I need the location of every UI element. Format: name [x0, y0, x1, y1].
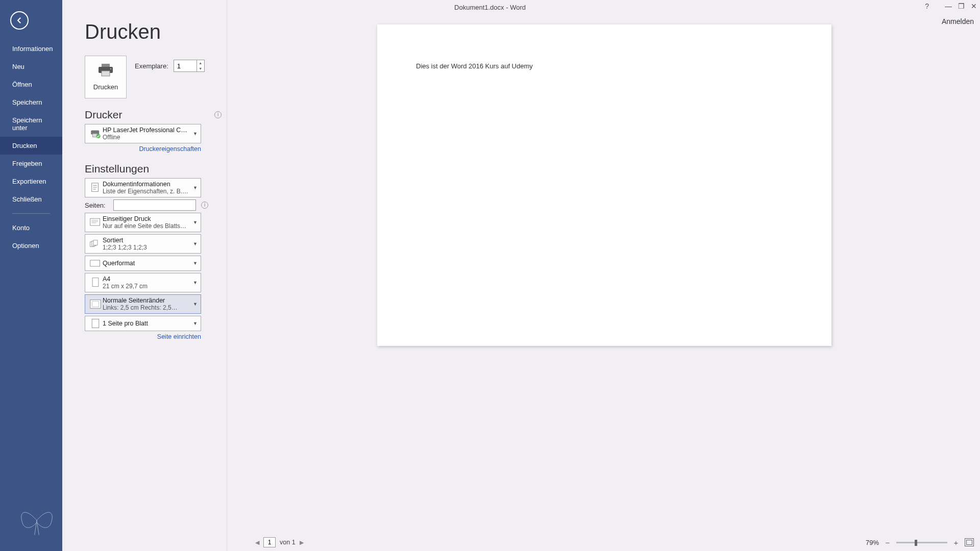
copies-input[interactable]: [174, 60, 197, 71]
preview-body-text: Dies ist der Word 2016 Kurs auf Udemy: [416, 62, 793, 70]
pages-label: Seiten:: [85, 202, 109, 209]
chevron-down-icon: ▼: [191, 220, 198, 225]
nav-speichern-unter[interactable]: Speichern unter: [0, 111, 62, 137]
collation-line1: Sortiert: [103, 237, 191, 244]
pages-input[interactable]: [113, 199, 196, 211]
margins-dropdown[interactable]: Normale Seitenränder Links: 2,5 cm Recht…: [85, 294, 201, 314]
zoom-out-icon[interactable]: −: [884, 538, 891, 547]
svg-rect-22: [92, 319, 99, 328]
nav-label: Öffnen: [12, 81, 32, 88]
spinner-up-icon[interactable]: ▲: [197, 60, 204, 66]
pages-per-sheet-dropdown[interactable]: 1 Seite pro Blatt ▼: [85, 316, 201, 331]
spinner-down-icon[interactable]: ▼: [197, 66, 204, 71]
one-sided-icon: [88, 215, 103, 230]
chevron-down-icon: ▼: [191, 302, 198, 307]
print-preview-area: Dies ist der Word 2016 Kurs auf Udemy: [229, 0, 980, 551]
collation-dropdown[interactable]: Sortiert 1;2;3 1;2;3 1;2;3 ▼: [85, 234, 201, 254]
collation-line2: 1;2;3 1;2;3 1;2;3: [103, 244, 191, 251]
printer-status: Offline: [103, 134, 191, 141]
margins-icon: [88, 297, 103, 311]
main-area: Drucken Drucken Exemplare: ▲▼: [62, 0, 980, 551]
what-to-print-line2: Liste der Eigenschaften, z. B.…: [103, 188, 191, 195]
info-icon[interactable]: i: [201, 202, 208, 209]
current-page-input[interactable]: [263, 537, 276, 547]
settings-heading: Einstellungen: [85, 163, 149, 175]
butterfly-icon: [18, 504, 55, 539]
nav-label: Optionen: [12, 242, 39, 249]
nav-drucken[interactable]: Drucken: [0, 137, 62, 155]
svg-rect-0: [102, 64, 110, 67]
print-settings-panel: Drucken Drucken Exemplare: ▲▼: [62, 0, 226, 551]
nav-separator: [12, 213, 50, 214]
one-page-per-sheet-icon: [88, 316, 103, 331]
nav-exportieren[interactable]: Exportieren: [0, 172, 62, 190]
sides-line1: Einseitiger Druck: [103, 215, 191, 222]
pages-row: Seiten: i: [85, 199, 226, 211]
info-icon[interactable]: i: [214, 111, 222, 118]
nav-speichern[interactable]: Speichern: [0, 93, 62, 111]
page-total-label: von 1: [280, 539, 296, 546]
printer-properties-link[interactable]: Druckereigenschaften: [85, 145, 201, 153]
page-title: Drucken: [85, 20, 226, 43]
page-navigator: ◀ von 1 ▶: [253, 537, 306, 547]
next-page-icon[interactable]: ▶: [298, 539, 306, 546]
nav-neu[interactable]: Neu: [0, 58, 62, 76]
printer-name: HP LaserJet Professional CP…: [103, 127, 191, 134]
chevron-down-icon: ▼: [191, 261, 198, 266]
svg-rect-18: [90, 260, 100, 266]
nav-label: Konto: [12, 224, 30, 232]
printer-icon: [97, 64, 114, 79]
paper-size-dropdown[interactable]: A4 21 cm x 29,7 cm ▼: [85, 273, 201, 292]
zoom-to-page-icon[interactable]: [965, 538, 974, 546]
print-button[interactable]: Drucken: [85, 56, 127, 98]
printer-heading: Drucker: [85, 109, 122, 121]
landscape-icon: [88, 256, 103, 270]
svg-rect-11: [90, 218, 100, 226]
orientation-line1: Querformat: [103, 258, 191, 269]
backstage-sidebar: Informationen Neu Öffnen Speichern Speic…: [0, 0, 62, 551]
nav-konto[interactable]: Konto: [0, 219, 62, 237]
page-setup-link[interactable]: Seite einrichten: [85, 333, 201, 340]
nav-label: Schließen: [12, 195, 42, 203]
zoom-slider[interactable]: [896, 542, 947, 543]
svg-rect-17: [93, 240, 97, 245]
nav-label: Neu: [12, 63, 24, 70]
print-button-label: Drucken: [93, 83, 118, 91]
nav-oeffnen[interactable]: Öffnen: [0, 76, 62, 93]
paper-size-icon: [88, 276, 103, 290]
nav-freigeben[interactable]: Freigeben: [0, 155, 62, 172]
orientation-dropdown[interactable]: Querformat ▼: [85, 256, 201, 271]
arrow-left-icon: [15, 16, 24, 25]
nav-informationen[interactable]: Informationen: [0, 40, 62, 58]
what-to-print-dropdown[interactable]: Dokumentinformationen Liste der Eigensch…: [85, 178, 201, 197]
sides-line2: Nur auf eine Seite des Blatts…: [103, 222, 191, 230]
back-button[interactable]: [10, 11, 29, 30]
nav-optionen[interactable]: Optionen: [0, 237, 62, 255]
svg-rect-2: [102, 71, 110, 76]
nav-schliessen[interactable]: Schließen: [0, 190, 62, 208]
nav-label: Speichern: [12, 98, 42, 106]
paper-line2: 21 cm x 29,7 cm: [103, 283, 191, 290]
sides-dropdown[interactable]: Einseitiger Druck Nur auf eine Seite des…: [85, 213, 201, 232]
copies-spinner[interactable]: ▲▼: [174, 60, 205, 72]
nav-label: Informationen: [12, 45, 53, 53]
page-preview: Dies ist der Word 2016 Kurs auf Udemy: [377, 24, 831, 346]
prev-page-icon[interactable]: ◀: [253, 539, 261, 546]
nav-label: Exportieren: [12, 178, 46, 185]
chevron-down-icon: ▼: [191, 241, 198, 246]
pps-line1: 1 Seite pro Blatt: [103, 318, 191, 329]
printer-dropdown[interactable]: HP LaserJet Professional CP… Offline ▼: [85, 124, 201, 143]
nav-label: Drucken: [12, 142, 37, 149]
document-info-icon: [88, 181, 103, 195]
chevron-down-icon: ▼: [191, 185, 198, 190]
printer-section-head: Drucker i: [85, 109, 226, 121]
margins-line1: Normale Seitenränder: [103, 297, 191, 304]
svg-rect-19: [92, 278, 99, 287]
collated-icon: [88, 237, 103, 251]
paper-line1: A4: [103, 276, 191, 283]
zoom-in-icon[interactable]: +: [952, 538, 960, 547]
what-to-print-line1: Dokumentinformationen: [103, 181, 191, 188]
zoom-slider-thumb[interactable]: [915, 540, 917, 546]
chevron-down-icon: ▼: [191, 321, 198, 326]
chevron-down-icon: ▼: [191, 280, 198, 285]
